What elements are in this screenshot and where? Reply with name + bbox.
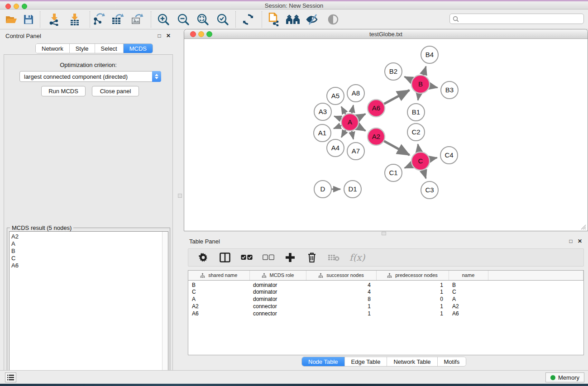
table-row[interactable]: A2connector11A2 <box>188 303 583 310</box>
graph-edge-A-A1[interactable] <box>334 125 342 129</box>
tab-mcds[interactable]: MCDS <box>124 44 153 53</box>
node-table[interactable]: shared nameMCDS rolesuccessor nodesprede… <box>188 270 584 355</box>
import-table-icon[interactable] <box>67 12 82 27</box>
delete-column-icon[interactable] <box>306 252 318 263</box>
graph-edge-B-B1[interactable] <box>418 93 419 100</box>
network-overview-icon[interactable] <box>266 12 282 27</box>
table-cell[interactable]: dominator <box>249 295 306 303</box>
graph-edge-A-A8[interactable] <box>352 105 354 114</box>
close-table-panel-icon[interactable]: ✕ <box>576 238 583 245</box>
mcds-result-item[interactable]: B <box>11 248 168 255</box>
splitter-handle[interactable] <box>382 232 386 235</box>
close-panel-button[interactable]: Close panel <box>92 86 139 96</box>
graph-edge-A-A7[interactable] <box>352 130 354 139</box>
table-cell[interactable]: C <box>188 288 249 295</box>
graph-node-A1[interactable]: A1 <box>314 124 331 142</box>
column-header[interactable]: MCDS role <box>249 271 306 280</box>
result-list-scrollbar[interactable] <box>162 232 168 383</box>
graph-edge-C-C1[interactable] <box>405 165 413 168</box>
graph-node-A6[interactable]: A6 <box>368 100 385 117</box>
table-cell[interactable]: 4 <box>306 280 376 288</box>
table-cell[interactable]: 1 <box>306 310 376 317</box>
graph-edge-A-A5[interactable] <box>341 107 346 115</box>
network-window-titlebar[interactable]: testGlobe.txt <box>184 29 588 39</box>
graph-node-B1[interactable]: B1 <box>407 104 425 121</box>
graph-edge-A-A6[interactable] <box>357 114 365 119</box>
import-network-icon[interactable] <box>47 12 62 27</box>
run-mcds-button[interactable]: Run MCDS <box>41 86 86 96</box>
table-cell[interactable]: A6 <box>449 310 488 317</box>
search-input[interactable] <box>461 14 583 24</box>
graph-node-A7[interactable]: A7 <box>347 143 364 160</box>
column-header[interactable]: predecessor nodes <box>376 271 449 280</box>
table-cell[interactable]: 0 <box>376 295 449 303</box>
search-field[interactable] <box>449 14 584 24</box>
mcds-result-item[interactable]: A <box>11 240 168 248</box>
window-resize-grip[interactable] <box>580 224 586 230</box>
apply-layout-icon[interactable] <box>240 12 256 27</box>
table-cell[interactable]: 1 <box>376 288 449 295</box>
graph-edge-B-B2[interactable] <box>404 76 412 81</box>
table-cell[interactable]: 1 <box>376 303 449 310</box>
tab-node-table[interactable]: Node Table <box>302 357 345 366</box>
table-cell[interactable]: 1 <box>376 310 449 317</box>
first-neighbors-icon[interactable] <box>285 12 301 27</box>
save-session-icon[interactable] <box>21 12 36 27</box>
graph-node-C2[interactable]: C2 <box>407 124 425 141</box>
tab-edge-table[interactable]: Edge Table <box>345 357 387 366</box>
graph-node-B3[interactable]: B3 <box>441 81 458 99</box>
graph-edge-B-B4[interactable] <box>423 67 426 76</box>
memory-button[interactable]: Memory <box>545 372 584 382</box>
graph-node-A3[interactable]: A3 <box>314 103 331 120</box>
show-all-icon[interactable] <box>325 12 341 27</box>
close-panel-icon[interactable]: ✕ <box>165 32 172 39</box>
table-cell[interactable]: 1 <box>376 280 449 288</box>
graph-node-A2[interactable]: A2 <box>368 128 385 145</box>
network-canvas[interactable]: B4B2BB3A8A5A6B1A3AC2A1A2A4A7C4CC1C3DD1 <box>185 39 587 231</box>
table-row[interactable]: Adominator80A <box>188 295 583 303</box>
graph-node-D[interactable]: D <box>314 181 331 198</box>
hide-selected-icon[interactable] <box>305 12 320 27</box>
zoom-fit-icon[interactable] <box>195 12 210 27</box>
tab-network[interactable]: Network <box>36 44 70 53</box>
deselect-all-icon[interactable] <box>263 252 274 263</box>
tab-motifs[interactable]: Motifs <box>438 357 466 366</box>
graph-edge-A2-C[interactable] <box>383 141 410 155</box>
graph-node-B[interactable]: B <box>411 75 430 93</box>
tab-select[interactable]: Select <box>95 44 124 53</box>
table-cell[interactable]: A6 <box>188 310 249 317</box>
zoom-in-icon[interactable] <box>156 12 171 27</box>
graph-node-A[interactable]: A <box>341 114 359 131</box>
tab-network-table[interactable]: Network Table <box>387 357 437 366</box>
optimization-criterion-select[interactable]: largest connected component (directed) <box>19 71 161 82</box>
graph-edge-A6-B[interactable] <box>383 90 410 104</box>
table-cell[interactable]: A2 <box>188 303 249 310</box>
show-columns-icon[interactable] <box>219 252 231 263</box>
table-cell[interactable]: B <box>449 280 488 288</box>
settings-gear-icon[interactable] <box>197 252 209 263</box>
float-table-panel-icon[interactable]: □ <box>567 238 574 245</box>
splitter-handle[interactable] <box>178 194 182 198</box>
table-cell[interactable]: dominator <box>249 288 306 295</box>
graph-node-C1[interactable]: C1 <box>385 164 402 181</box>
export-network-icon[interactable] <box>91 12 106 27</box>
tab-style[interactable]: Style <box>70 44 95 53</box>
table-cell[interactable]: A <box>188 295 249 303</box>
table-cell[interactable]: dominator <box>249 280 306 288</box>
mcds-result-item[interactable]: A6 <box>11 262 168 269</box>
table-cell[interactable]: 8 <box>306 295 376 303</box>
graph-node-A4[interactable]: A4 <box>327 139 344 157</box>
graph-node-C4[interactable]: C4 <box>440 147 458 164</box>
open-file-icon[interactable] <box>4 12 19 27</box>
zoom-out-icon[interactable] <box>176 12 191 27</box>
graph-edge-C-C4[interactable] <box>429 157 437 159</box>
column-header[interactable]: name <box>449 271 488 280</box>
table-row[interactable]: Cdominator41C <box>188 288 583 295</box>
zoom-selected-icon[interactable] <box>215 12 230 27</box>
graph-node-B4[interactable]: B4 <box>421 46 438 63</box>
graph-edge-C-C2[interactable] <box>418 144 419 153</box>
task-history-button[interactable] <box>5 372 16 382</box>
network-graph[interactable]: B4B2BB3A8A5A6B1A3AC2A1A2A4A7C4CC1C3DD1 <box>185 39 587 231</box>
export-table-icon[interactable] <box>110 12 125 27</box>
graph-node-C3[interactable]: C3 <box>421 181 438 199</box>
